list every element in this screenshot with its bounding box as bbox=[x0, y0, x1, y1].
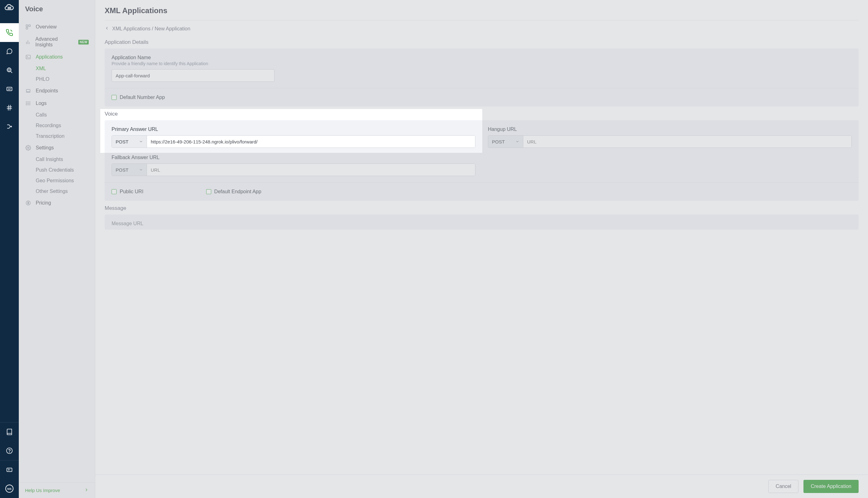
default-endpoint-app-label: Default Endpoint App bbox=[214, 189, 261, 195]
sidebar-item-label: Pricing bbox=[36, 200, 51, 206]
sidebar-sub-push-credentials[interactable]: Push Credentials bbox=[19, 165, 95, 175]
fallback-method-select[interactable]: POST bbox=[112, 164, 147, 176]
fallback-answer-url-label: Fallback Answer URL bbox=[112, 155, 475, 160]
sidebar-item-advanced-insights[interactable]: Advanced Insights NEW bbox=[19, 33, 95, 51]
terminal-icon bbox=[25, 54, 31, 60]
breadcrumb-back-icon[interactable] bbox=[105, 26, 109, 31]
sidebar-item-label: Applications bbox=[36, 54, 63, 60]
svg-point-3 bbox=[8, 7, 9, 8]
hangup-method-select[interactable]: POST bbox=[488, 136, 523, 147]
section-title-message: Message bbox=[105, 205, 859, 211]
panel-voice: Primary Answer URL POST Hangup URL bbox=[105, 120, 859, 201]
svg-text:$=: $= bbox=[8, 469, 10, 471]
sidebar-sub-call-insights[interactable]: Call Insights bbox=[19, 154, 95, 165]
public-uri-checkbox[interactable] bbox=[112, 189, 117, 194]
svg-line-12 bbox=[10, 105, 11, 110]
svg-point-32 bbox=[26, 103, 27, 104]
primary-answer-url-label: Primary Answer URL bbox=[112, 127, 475, 132]
dollar-icon bbox=[25, 200, 31, 206]
svg-point-5 bbox=[10, 7, 11, 8]
rail-item-lookup[interactable] bbox=[0, 61, 19, 80]
default-number-app-checkbox[interactable] bbox=[112, 95, 117, 100]
svg-rect-19 bbox=[26, 25, 28, 26]
svg-rect-21 bbox=[26, 28, 28, 29]
app-name-input[interactable] bbox=[112, 69, 274, 82]
rail-item-billing[interactable]: $= bbox=[0, 460, 19, 479]
breadcrumb: XML Applications / New Application bbox=[95, 21, 868, 35]
breadcrumb-text[interactable]: XML Applications / New Application bbox=[112, 26, 190, 31]
fallback-url-input[interactable] bbox=[147, 164, 475, 176]
rail-item-docs[interactable] bbox=[0, 422, 19, 441]
app-name-label: Application Name bbox=[112, 55, 852, 61]
primary-answer-method-select[interactable]: POST bbox=[112, 136, 147, 147]
create-application-button[interactable]: Create Application bbox=[803, 480, 859, 493]
svg-point-31 bbox=[26, 102, 27, 102]
rail-item-messages[interactable] bbox=[0, 42, 19, 61]
svg-text:SIP: SIP bbox=[8, 88, 11, 90]
rail-item-numbers[interactable] bbox=[0, 99, 19, 117]
bar-chart-icon bbox=[25, 39, 31, 45]
svg-point-14 bbox=[9, 452, 10, 452]
panel-message: Message URL bbox=[105, 214, 859, 230]
svg-text:NS: NS bbox=[7, 487, 12, 490]
sidebar-sub-phlo[interactable]: PHLO bbox=[19, 74, 95, 84]
main-content: XML Applications XML Applications / New … bbox=[95, 0, 868, 498]
sidebar-sub-geo-permissions[interactable]: Geo Permissions bbox=[19, 175, 95, 186]
cancel-button[interactable]: Cancel bbox=[768, 480, 799, 493]
hangup-url-input[interactable] bbox=[523, 136, 851, 147]
sidebar-item-label: Overview bbox=[36, 24, 57, 30]
section-title-voice: Voice bbox=[105, 111, 859, 117]
sidebar-item-logs[interactable]: Logs bbox=[19, 97, 95, 110]
endpoint-icon bbox=[25, 88, 31, 94]
sidebar-item-label: Settings bbox=[36, 145, 54, 150]
fallback-url-group: POST bbox=[112, 163, 475, 176]
list-icon bbox=[25, 100, 31, 106]
sidebar-item-label: Logs bbox=[36, 101, 47, 106]
svg-rect-25 bbox=[26, 55, 30, 59]
footer-bar: Cancel Create Application bbox=[95, 474, 868, 498]
chevron-down-icon bbox=[139, 139, 143, 144]
primary-answer-method-value: POST bbox=[116, 139, 129, 144]
sidebar-item-applications[interactable]: Applications bbox=[19, 51, 95, 63]
sidebar-sub-other-settings[interactable]: Other Settings bbox=[19, 186, 95, 197]
brand-logo[interactable] bbox=[0, 2, 19, 14]
svg-point-33 bbox=[26, 105, 27, 105]
sidebar-sub-transcription[interactable]: Transcription bbox=[19, 131, 95, 142]
sidebar: Voice Overview Advanced Insights NEW App… bbox=[19, 0, 95, 498]
left-icon-rail: SIP $= NS bbox=[0, 0, 19, 498]
sidebar-item-overview[interactable]: Overview bbox=[19, 21, 95, 33]
sidebar-item-label: Advanced Insights bbox=[35, 36, 74, 48]
gear-icon bbox=[25, 145, 31, 151]
sidebar-title: Voice bbox=[19, 0, 95, 21]
app-name-help: Provide a friendly name to identify this… bbox=[112, 61, 852, 66]
sidebar-help-improve[interactable]: Help Us Improve bbox=[19, 482, 95, 498]
rail-item-voice[interactable] bbox=[0, 23, 19, 42]
sidebar-item-settings[interactable]: Settings bbox=[19, 142, 95, 154]
sidebar-sub-recordings[interactable]: Recordings bbox=[19, 120, 95, 131]
svg-point-1 bbox=[9, 9, 10, 9]
chevron-right-icon bbox=[84, 488, 89, 493]
chevron-down-icon bbox=[139, 167, 143, 173]
rail-item-sip[interactable]: SIP bbox=[0, 80, 19, 99]
svg-rect-20 bbox=[29, 25, 30, 26]
svg-rect-26 bbox=[26, 90, 30, 92]
sidebar-sub-xml[interactable]: XML bbox=[19, 63, 95, 74]
sidebar-sub-calls[interactable]: Calls bbox=[19, 110, 95, 120]
message-url-label: Message URL bbox=[112, 221, 852, 226]
main-header: XML Applications bbox=[95, 0, 868, 20]
sidebar-item-label: Endpoints bbox=[36, 88, 58, 94]
hangup-url-group: POST bbox=[488, 135, 852, 148]
rail-item-help[interactable] bbox=[0, 441, 19, 460]
sidebar-item-endpoints[interactable]: Endpoints bbox=[19, 84, 95, 97]
primary-answer-url-input[interactable] bbox=[147, 136, 475, 147]
new-badge: NEW bbox=[78, 40, 89, 44]
grid-icon bbox=[25, 24, 31, 30]
rail-item-account[interactable]: NS bbox=[0, 479, 19, 498]
primary-answer-url-group: POST bbox=[112, 135, 475, 148]
public-uri-label: Public URI bbox=[120, 189, 143, 195]
svg-point-4 bbox=[9, 7, 10, 8]
svg-point-34 bbox=[28, 147, 29, 149]
rail-item-flow[interactable] bbox=[0, 117, 19, 136]
default-endpoint-app-checkbox[interactable] bbox=[206, 189, 211, 194]
sidebar-item-pricing[interactable]: Pricing bbox=[19, 197, 95, 209]
